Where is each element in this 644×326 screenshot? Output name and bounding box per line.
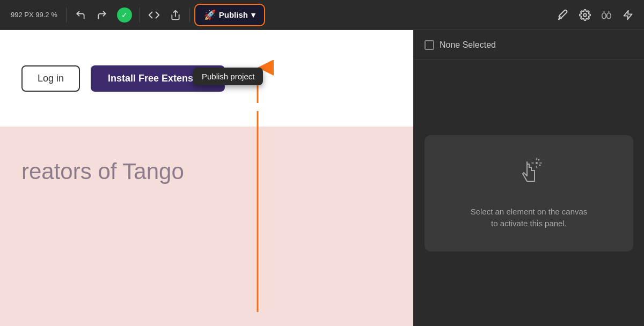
droplets-button[interactable] [597,5,616,25]
export-button[interactable] [166,5,185,25]
panel-title: None Selected [440,40,496,50]
select-hint-line1: Select an element on the canvas [471,206,588,218]
settings-button[interactable] [575,5,595,25]
select-element-box: Select an element on the canvas to activ… [425,135,633,251]
publish-label: Publish [219,10,248,19]
divider-3 [189,8,190,23]
publish-button[interactable]: 🚀 Publish ▾ [194,4,265,26]
check-icon: ✓ [117,8,132,23]
select-hint-line2: to activate this panel. [471,218,588,230]
lightning-button[interactable] [618,5,638,25]
code-icon [148,9,160,21]
select-hint-text: Select an element on the canvas to activ… [471,206,588,230]
canvas-area[interactable]: Log in Install Free Extension reators of… [0,30,413,326]
rocket-icon: 🚀 [204,9,216,21]
redo-icon [97,10,107,20]
svg-point-2 [602,13,606,19]
dimensions-label: 992 PX 99.2 % [6,11,62,19]
undo-icon [75,10,86,20]
panel-checkbox[interactable] [425,40,434,50]
svg-point-8 [538,159,539,160]
svg-point-9 [539,164,540,166]
publish-tooltip: Publish project [193,68,263,85]
divider-2 [140,8,140,23]
login-button[interactable]: Log in [21,65,80,92]
toolbar: 992 PX 99.2 % ✓ [0,0,644,30]
undo-button[interactable] [71,5,90,25]
code-view-button[interactable] [144,5,164,25]
publish-chevron: ▾ [251,10,255,20]
toolbar-left: 992 PX 99.2 % ✓ [6,4,550,26]
svg-point-3 [607,13,611,19]
svg-point-1 [583,13,587,17]
redo-button[interactable] [92,5,112,25]
brush-button[interactable] [554,5,573,25]
lightning-icon [623,9,633,21]
main-area: Log in Install Free Extension reators of… [0,30,644,326]
share-icon [170,10,181,20]
hero-text: reators of Tango [21,159,184,184]
cursor-icon [515,157,543,193]
gear-icon [579,9,591,21]
svg-point-7 [536,162,538,164]
droplets-icon [600,9,613,21]
panel-body: Select an element on the canvas to activ… [414,60,644,326]
divider-1 [66,8,67,23]
panel-header: None Selected [414,30,644,60]
svg-marker-4 [624,10,632,19]
toolbar-right [554,5,638,25]
tooltip-label: Publish project [202,72,254,81]
canvas-pink-section: reators of Tango [0,127,413,326]
brush-icon [558,9,569,21]
save-button[interactable]: ✓ [115,5,134,25]
right-panel: None Selected [413,30,644,326]
